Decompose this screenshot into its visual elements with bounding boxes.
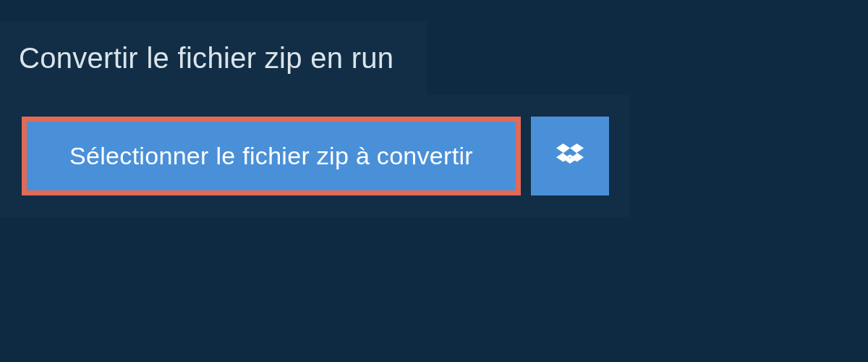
button-row: Sélectionner le fichier zip à convertir bbox=[22, 117, 608, 195]
dropbox-button[interactable] bbox=[531, 117, 609, 195]
page-title: Convertir le fichier zip en run bbox=[19, 42, 393, 75]
select-file-button[interactable]: Sélectionner le fichier zip à convertir bbox=[22, 117, 521, 195]
select-file-button-label: Sélectionner le fichier zip à convertir bbox=[69, 142, 473, 170]
file-select-panel: Sélectionner le fichier zip à convertir bbox=[0, 95, 629, 217]
tab-header: Convertir le fichier zip en run bbox=[0, 22, 427, 95]
dropbox-icon bbox=[556, 141, 584, 172]
